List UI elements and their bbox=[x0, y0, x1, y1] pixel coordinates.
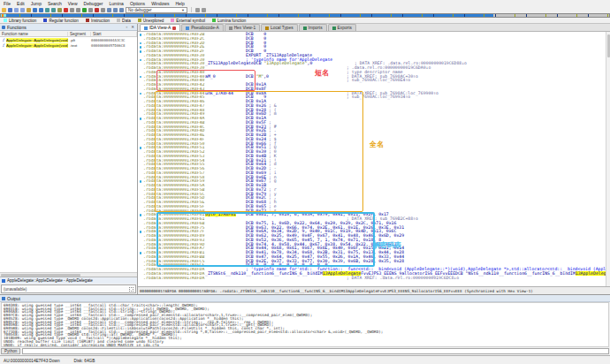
functions-icon bbox=[2, 26, 5, 29]
menu-debugger[interactable]: Debugger bbox=[84, 1, 103, 6]
open-file-icon[interactable] bbox=[2, 8, 6, 12]
segments-icon[interactable] bbox=[57, 8, 62, 12]
function-row[interactable]: fAppleDelegate::AppleDelegate(void).text… bbox=[0, 42, 137, 48]
status-analysis-state: AU:00000000014E7F43 Down bbox=[4, 359, 60, 363]
tab-hex-view-1[interactable]: Hex View-1 bbox=[225, 24, 260, 31]
selected-function-caption: AppleDelegate::AppleDelegate - AppleDele… bbox=[0, 277, 137, 284]
cli-row: Python bbox=[0, 347, 610, 355]
legend-color-swatch bbox=[171, 19, 174, 22]
search-icon[interactable] bbox=[33, 8, 37, 12]
options-icon[interactable] bbox=[202, 8, 206, 12]
menu-jump[interactable]: Jump bbox=[31, 1, 42, 6]
search-next-icon[interactable] bbox=[39, 8, 43, 12]
legend-color-swatch bbox=[212, 19, 216, 22]
resize-grip-icon bbox=[129, 287, 133, 292]
function-row[interactable]: fAppleDelegate::AppleDelegate(void).plt0… bbox=[0, 37, 137, 42]
functions-panel: Functions ▫ ✕ Function name Segment Star… bbox=[0, 24, 138, 294]
snapshot-icon[interactable] bbox=[195, 8, 200, 12]
legend-lumina-function: Lumina function bbox=[212, 19, 246, 23]
output-icon bbox=[2, 297, 5, 300]
column-function-name[interactable]: Function name bbox=[0, 32, 68, 36]
debugger-selector[interactable]: No debugger ▼ bbox=[126, 7, 187, 13]
pause-process-icon[interactable] bbox=[88, 8, 93, 12]
listing-vscrollbar[interactable] bbox=[606, 32, 610, 286]
listing-status-text: 00000000017A8FDA 00000000017A8FDA: .roda… bbox=[140, 289, 533, 293]
start-process-icon[interactable] bbox=[82, 8, 87, 12]
column-segment[interactable]: Segment bbox=[68, 32, 91, 36]
menu-search[interactable]: Search bbox=[48, 1, 62, 6]
scrollbar-thumb[interactable] bbox=[1, 274, 80, 277]
structures-icon[interactable] bbox=[45, 8, 50, 12]
tab-icon bbox=[186, 27, 189, 30]
view-tab-bar: IDA View-APseudocode-AHex View-1Local Ty… bbox=[138, 24, 610, 32]
menu-edit[interactable]: Edit bbox=[17, 1, 25, 6]
run-until-return-icon[interactable] bbox=[119, 8, 124, 12]
panel-close-icon[interactable]: ✕ bbox=[130, 25, 135, 29]
tab-icon bbox=[303, 27, 307, 30]
ida-view-listing[interactable]: 短名 全名 解密码表 .rodata:00000000017A8F2BDCB 0… bbox=[138, 32, 610, 286]
legend-color-swatch bbox=[117, 19, 120, 22]
back-icon[interactable] bbox=[14, 8, 19, 12]
redo-icon[interactable] bbox=[76, 8, 80, 12]
legend-external-symbol: External symbol bbox=[171, 19, 205, 23]
functions-column-header[interactable]: Function name Segment Start bbox=[0, 31, 137, 37]
tab-imports[interactable]: Imports bbox=[299, 24, 327, 31]
toolbar-separator bbox=[191, 7, 192, 12]
jump-address-icon[interactable] bbox=[27, 8, 31, 12]
selected-function-caption-text: AppleDelegate::AppleDelegate - AppleDele… bbox=[7, 278, 93, 283]
enums-icon[interactable] bbox=[51, 8, 56, 12]
tab-pseudocode-a[interactable]: Pseudocode-A bbox=[181, 24, 223, 31]
cli-interpreter-button[interactable]: Python bbox=[1, 348, 20, 354]
legend-data: Data bbox=[117, 19, 131, 23]
functions-hscrollbar[interactable] bbox=[0, 272, 137, 277]
cli-input[interactable] bbox=[22, 348, 609, 354]
menu-options[interactable]: Options bbox=[130, 1, 145, 6]
tab-local-types[interactable]: Local Types bbox=[261, 24, 298, 31]
menu-file[interactable]: File bbox=[4, 1, 11, 6]
legend-color-swatch bbox=[138, 19, 141, 22]
navigation-band[interactable] bbox=[0, 13, 610, 18]
function-icon: f bbox=[0, 38, 6, 42]
column-start[interactable]: Start bbox=[91, 32, 137, 36]
step-over-icon[interactable] bbox=[113, 8, 118, 12]
functions-list[interactable]: fAppleDelegate::AppleDelegate(void).plt0… bbox=[0, 37, 137, 272]
toolbar: No debugger ▼ bbox=[0, 6, 610, 13]
legend-library-function: Library function bbox=[4, 19, 36, 23]
menu-help[interactable]: Help bbox=[175, 1, 184, 6]
tab-close-icon[interactable] bbox=[172, 27, 176, 30]
output-window: Output 690308: using guessed type __int6… bbox=[0, 294, 610, 364]
save-icon[interactable] bbox=[8, 8, 12, 12]
menu-view[interactable]: View bbox=[68, 1, 78, 6]
legend-color-swatch bbox=[86, 19, 89, 22]
undo-icon[interactable] bbox=[70, 8, 74, 12]
menu-windows[interactable]: Windows bbox=[151, 1, 169, 6]
debugger-selector-value: No debugger bbox=[128, 8, 152, 12]
tab-icon bbox=[265, 27, 269, 30]
legend-unexplored: Unexplored bbox=[138, 19, 164, 23]
tab-ida-view-a[interactable]: IDA View-A bbox=[140, 24, 180, 31]
graph-overview-status-text: (unavailable) bbox=[4, 287, 27, 292]
navband-legend: Library functionRegular functionInstruct… bbox=[0, 18, 610, 24]
function-icon: f bbox=[0, 43, 6, 48]
legend-color-swatch bbox=[4, 19, 7, 22]
forward-icon[interactable] bbox=[20, 8, 25, 12]
output-window-title-text: Output bbox=[7, 296, 20, 301]
tab-icon bbox=[229, 27, 233, 30]
graph-overview-status: (unavailable) bbox=[1, 284, 136, 293]
stop-process-icon[interactable] bbox=[95, 8, 99, 12]
listing-line[interactable]: .rodata:00000000017A8FDA; DATA XREF: .da… bbox=[138, 277, 610, 281]
menu-lumina[interactable]: Lumina bbox=[109, 1, 123, 6]
attach-icon[interactable] bbox=[101, 8, 105, 12]
step-into-icon[interactable] bbox=[107, 8, 111, 12]
breakpoint-icon[interactable] bbox=[64, 8, 68, 12]
chevron-down-icon: ▼ bbox=[181, 8, 185, 12]
functions-panel-title-text: Functions bbox=[7, 25, 27, 30]
output-log[interactable]: 690308: using guessed type __int64 __fas… bbox=[1, 302, 609, 347]
panel-restore-icon[interactable]: ▫ bbox=[126, 25, 129, 29]
tab-icon bbox=[144, 27, 148, 30]
status-bar: AU:00000000014E7F43 Down Disk: 64GB bbox=[0, 355, 610, 364]
tab-exports[interactable]: Exports bbox=[328, 24, 356, 31]
output-window-title: Output bbox=[0, 295, 610, 302]
current-address-marker bbox=[2, 14, 4, 17]
functions-panel-title: Functions ▫ ✕ bbox=[0, 24, 137, 31]
